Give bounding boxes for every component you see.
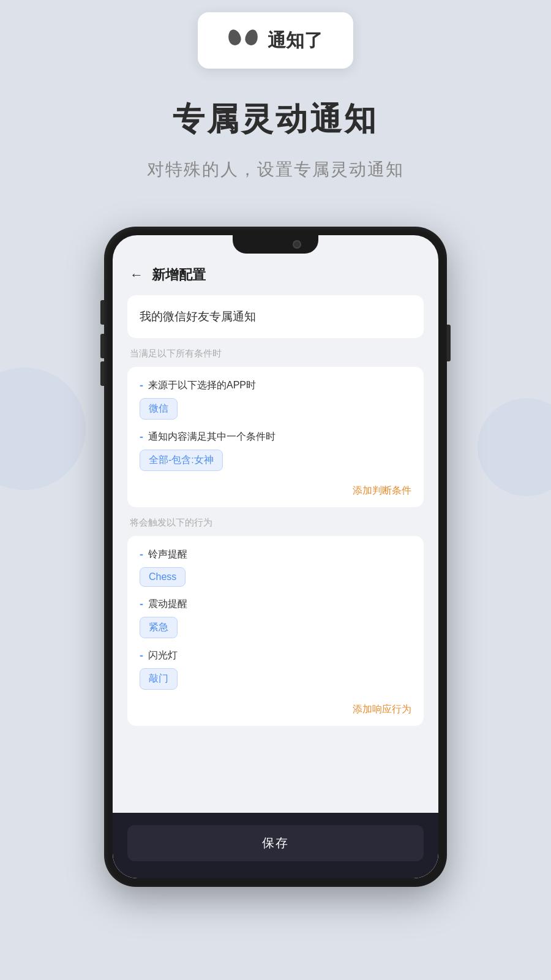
app-icon: [228, 26, 258, 55]
bg-decoration-left: [0, 368, 86, 490]
bg-decoration-right: [478, 398, 551, 496]
add-condition-button[interactable]: 添加判断条件: [140, 482, 411, 497]
phone-notch: [233, 235, 318, 254]
action-label-2: - 震动提醒: [140, 598, 411, 611]
trigger-section-label: 将会触发以下的行为: [127, 517, 424, 529]
action-row-2: - 震动提醒 紧急: [140, 598, 411, 638]
action-dash-2: -: [140, 598, 143, 611]
actions-card: - 铃声提醒 Chess - 震动提醒 紧急: [127, 536, 424, 726]
phone-screen: ← 新增配置 我的微信好友专属通知 当满足以下所有条件时 - 来源于以下选择的A…: [113, 235, 438, 878]
screen-header: ← 新增配置: [127, 254, 424, 295]
icon-dot-right: [244, 28, 260, 47]
notification-card-title: 通知了: [268, 28, 323, 53]
action-dash-1: -: [140, 548, 143, 561]
condition-label-1: - 来源于以下选择的APP时: [140, 379, 411, 392]
action-tag-2[interactable]: 紧急: [140, 617, 178, 638]
icon-dot-left: [227, 28, 242, 47]
condition-tag-1[interactable]: 微信: [140, 398, 178, 420]
condition-row-2: - 通知内容满足其中一个条件时 全部-包含:女神: [140, 431, 411, 471]
save-button[interactable]: 保存: [127, 825, 424, 861]
notification-preview-card: 通知了: [198, 12, 353, 69]
when-section-label: 当满足以下所有条件时: [127, 348, 424, 360]
screen-title: 新增配置: [152, 266, 206, 284]
action-tag-1[interactable]: Chess: [140, 567, 186, 587]
action-text-2: 震动提醒: [148, 598, 187, 611]
headline-sub-text: 对特殊的人，设置专属灵动通知: [0, 158, 551, 181]
add-action-button[interactable]: 添加响应行为: [140, 701, 411, 716]
condition-text-2: 通知内容满足其中一个条件时: [148, 431, 276, 443]
notch-camera: [294, 241, 300, 247]
conditions-card: - 来源于以下选择的APP时 微信 - 通知内容满足其中一个条件时 全部-包含:…: [127, 367, 424, 507]
condition-tag-2[interactable]: 全部-包含:女神: [140, 450, 223, 471]
config-name-box[interactable]: 我的微信好友专属通知: [127, 295, 424, 338]
action-tag-3[interactable]: 敲门: [140, 668, 178, 690]
back-button[interactable]: ←: [130, 267, 143, 283]
headline-section: 专属灵动通知 对特殊的人，设置专属灵动通知: [0, 98, 551, 181]
dash-2: -: [140, 431, 143, 443]
condition-text-1: 来源于以下选择的APP时: [148, 379, 256, 392]
action-dash-3: -: [140, 649, 143, 662]
headline-main-text: 专属灵动通知: [0, 98, 551, 141]
save-bar: 保存: [113, 813, 438, 878]
condition-label-2: - 通知内容满足其中一个条件时: [140, 431, 411, 443]
action-text-1: 铃声提醒: [148, 548, 187, 561]
condition-row-1: - 来源于以下选择的APP时 微信: [140, 379, 411, 420]
phone-mockup: ← 新增配置 我的微信好友专属通知 当满足以下所有条件时 - 来源于以下选择的A…: [104, 227, 447, 887]
action-row-3: - 闪光灯 敲门: [140, 649, 411, 690]
action-label-3: - 闪光灯: [140, 649, 411, 662]
screen-content: ← 新增配置 我的微信好友专属通知 当满足以下所有条件时 - 来源于以下选择的A…: [113, 254, 438, 750]
config-name-text: 我的微信好友专属通知: [140, 310, 256, 323]
dash-1: -: [140, 379, 143, 392]
action-row-1: - 铃声提醒 Chess: [140, 548, 411, 587]
action-text-3: 闪光灯: [148, 649, 178, 662]
phone-body: ← 新增配置 我的微信好友专属通知 当满足以下所有条件时 - 来源于以下选择的A…: [104, 227, 447, 887]
action-label-1: - 铃声提醒: [140, 548, 411, 561]
